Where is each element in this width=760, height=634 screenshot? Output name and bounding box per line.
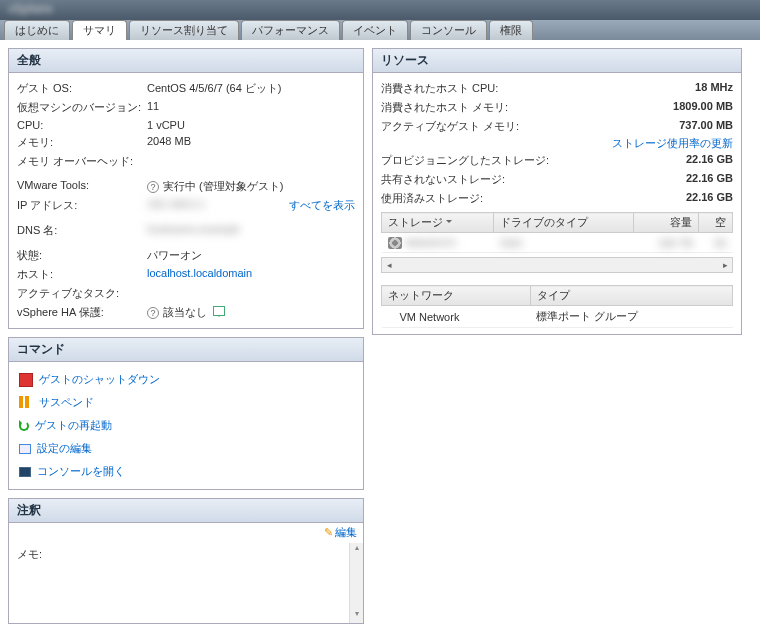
edit-annotation-link[interactable]: ✎編集 <box>324 525 357 540</box>
vmware-tools-label: VMware Tools: <box>17 179 147 194</box>
cmd-restart[interactable]: ゲストの再起動 <box>17 414 355 437</box>
console-icon <box>19 467 31 477</box>
mem-overhead-label: メモリ オーバーヘッド: <box>17 154 147 169</box>
annotations-header: 注釈 <box>9 499 363 523</box>
storage-scrollbar[interactable]: ◂▸ <box>381 257 733 273</box>
vm-version-label: 仮想マシンのバージョン: <box>17 100 147 115</box>
resources-panel: リソース 消費されたホスト CPU:18 MHz 消費されたホスト メモリ:18… <box>372 48 742 335</box>
vm-version-value: 11 <box>147 100 355 115</box>
tab-console[interactable]: コンソール <box>410 20 487 40</box>
general-header: 全般 <box>9 49 363 73</box>
tab-summary[interactable]: サマリ <box>72 20 127 40</box>
commands-header: コマンド <box>9 338 363 362</box>
storage-col-free[interactable]: 空 <box>699 213 733 233</box>
network-row[interactable]: VM Network 標準ポート グループ <box>382 306 733 328</box>
cmd-suspend[interactable]: サスペンド <box>17 391 355 414</box>
network-name: VM Network <box>382 306 531 328</box>
edit-icon <box>19 444 31 454</box>
network-table: ネットワーク タイプ VM Network 標準ポート グループ <box>381 285 733 328</box>
network-col-name[interactable]: ネットワーク <box>382 286 531 306</box>
storage-col-name[interactable]: ストレージ <box>382 213 494 233</box>
shutdown-icon <box>19 373 33 387</box>
memory-label: メモリ: <box>17 135 147 150</box>
dns-value: hostname.example <box>147 223 240 235</box>
host-value[interactable]: localhost.localdomain <box>147 267 355 282</box>
storage-row[interactable]: datastore1 SSD 100 TB 50 <box>382 233 733 253</box>
memory-value: 2048 MB <box>147 135 355 150</box>
tabbar: はじめに サマリ リソース割り当て パフォーマンス イベント コンソール 権限 <box>0 20 760 40</box>
speech-icon[interactable] <box>213 306 225 316</box>
general-panel: 全般 ゲスト OS:CentOS 4/5/6/7 (64 ビット) 仮想マシンの… <box>8 48 364 329</box>
used-storage-label: 使用済みストレージ: <box>381 191 643 206</box>
cmd-edit-settings[interactable]: 設定の編集 <box>17 437 355 460</box>
commands-panel: コマンド ゲストのシャットダウン サスペンド ゲストの再起動 設定の編集 コンソ… <box>8 337 364 490</box>
cpu-label: CPU: <box>17 119 147 131</box>
network-col-type[interactable]: タイプ <box>530 286 732 306</box>
storage-col-capacity[interactable]: 容量 <box>633 213 698 233</box>
state-value: パワーオン <box>147 248 355 263</box>
restart-icon <box>19 421 29 431</box>
show-all-link[interactable]: すべてを表示 <box>289 198 355 213</box>
guest-mem-value: 737.00 MB <box>643 119 733 134</box>
active-task-value <box>147 286 355 301</box>
mem-overhead-value <box>147 154 355 169</box>
tab-resource-allocation[interactable]: リソース割り当て <box>129 20 239 40</box>
used-storage-value: 22.16 GB <box>643 191 733 206</box>
tab-performance[interactable]: パフォーマンス <box>241 20 340 40</box>
memo-scrollbar[interactable]: ▴▾ <box>349 543 363 623</box>
cpu-value: 1 vCPU <box>147 119 355 131</box>
tab-permissions[interactable]: 権限 <box>489 20 533 40</box>
host-mem-value: 1809.00 MB <box>643 100 733 115</box>
ha-value: 該当なし <box>163 306 207 318</box>
ip-label: IP アドレス: <box>17 198 147 213</box>
prov-storage-value: 22.16 GB <box>643 153 733 168</box>
guest-mem-label: アクティブなゲスト メモリ: <box>381 119 643 134</box>
cmd-shutdown[interactable]: ゲストのシャットダウン <box>17 368 355 391</box>
titlebar: vSphere <box>0 0 760 20</box>
network-type: 標準ポート グループ <box>530 306 732 328</box>
active-task-label: アクティブなタスク: <box>17 286 147 301</box>
annotations-panel: 注釈 ✎編集 メモ: ▴▾ <box>8 498 364 624</box>
host-cpu-label: 消費されたホスト CPU: <box>381 81 643 96</box>
prov-storage-label: プロビジョニングしたストレージ: <box>381 153 643 168</box>
dns-label: DNS 名: <box>17 223 147 238</box>
help-icon[interactable]: ? <box>147 181 159 193</box>
unshared-storage-label: 共有されないストレージ: <box>381 172 643 187</box>
unshared-storage-value: 22.16 GB <box>643 172 733 187</box>
ip-value: 192.168.0.1 <box>147 198 205 213</box>
refresh-storage-link[interactable]: ストレージ使用率の更新 <box>612 137 733 149</box>
storage-col-type[interactable]: ドライブのタイプ <box>494 213 634 233</box>
vmware-tools-value: 実行中 (管理対象ゲスト) <box>163 180 283 192</box>
storage-table: ストレージ ドライブのタイプ 容量 空 datastore1 SSD 100 T… <box>381 212 733 253</box>
tab-events[interactable]: イベント <box>342 20 408 40</box>
disk-icon <box>388 237 402 249</box>
host-mem-label: 消費されたホスト メモリ: <box>381 100 643 115</box>
memo-label: メモ: <box>17 547 355 562</box>
suspend-icon <box>19 396 33 410</box>
host-cpu-value: 18 MHz <box>643 81 733 96</box>
guest-os-label: ゲスト OS: <box>17 81 147 96</box>
ha-label: vSphere HA 保護: <box>17 305 147 320</box>
sort-icon <box>446 220 452 226</box>
tab-getting-started[interactable]: はじめに <box>4 20 70 40</box>
help-icon[interactable]: ? <box>147 307 159 319</box>
cmd-open-console[interactable]: コンソールを開く <box>17 460 355 483</box>
guest-os-value: CentOS 4/5/6/7 (64 ビット) <box>147 81 355 96</box>
host-label: ホスト: <box>17 267 147 282</box>
resources-header: リソース <box>373 49 741 73</box>
pencil-icon: ✎ <box>324 526 333 538</box>
state-label: 状態: <box>17 248 147 263</box>
title-text: vSphere <box>0 0 760 18</box>
